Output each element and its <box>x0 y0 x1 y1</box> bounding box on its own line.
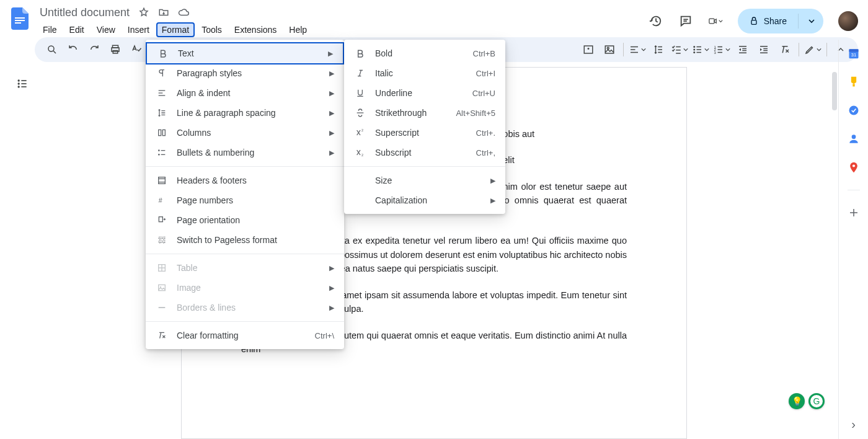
svg-rect-62 <box>159 177 166 184</box>
image-icon <box>156 283 168 293</box>
keep-icon[interactable] <box>848 76 860 88</box>
menu-extensions[interactable]: Extensions <box>229 22 282 37</box>
numbered-list-button[interactable]: 123 <box>712 40 732 60</box>
share-caret[interactable] <box>804 18 820 24</box>
editing-mode-button[interactable] <box>803 40 823 60</box>
checklist-button[interactable] <box>670 40 689 60</box>
menu-view[interactable]: View <box>91 22 121 37</box>
docs-home-icon[interactable] <box>9 5 31 32</box>
menu-item-strikethrough[interactable]: StrikethroughAlt+Shift+5 <box>344 103 505 123</box>
star-icon[interactable] <box>138 7 149 18</box>
svg-rect-5 <box>709 19 714 24</box>
increase-indent-button[interactable] <box>754 40 774 60</box>
menu-edit[interactable]: Edit <box>64 22 90 37</box>
svg-text:3: 3 <box>714 51 717 55</box>
menu-item-size[interactable]: Size▶ <box>344 171 505 190</box>
format-menu: Text▶Paragraph styles▶Align & indent▶Lin… <box>146 40 344 349</box>
menu-insert[interactable]: Insert <box>122 22 155 37</box>
menu-item-shortcut: Ctrl+I <box>476 69 495 78</box>
menu-item-shortcut: Ctrl+, <box>476 148 495 157</box>
menu-item-label: Capitalization <box>375 195 472 205</box>
bulleted-list-button[interactable] <box>691 40 711 60</box>
comments-icon[interactable] <box>678 14 693 29</box>
align-button[interactable] <box>627 40 647 60</box>
search-menus-button[interactable] <box>42 40 62 60</box>
menu-item-image: Image▶ <box>146 278 344 298</box>
menu-item-shortcut: Ctrl+B <box>473 49 495 58</box>
history-icon[interactable] <box>649 14 663 29</box>
menu-item-underline[interactable]: UnderlineCtrl+U <box>344 83 505 103</box>
menu-item-label: Table <box>177 263 311 273</box>
document-title[interactable]: Untitled document <box>37 5 132 20</box>
menu-item-headers-footers[interactable]: Headers & footers <box>146 171 344 190</box>
clear-formatting-button[interactable] <box>775 40 795 60</box>
menubar: FileEditViewInsertFormatToolsExtensionsH… <box>37 22 649 37</box>
undo-button[interactable] <box>63 40 83 60</box>
menu-item-label: Borders & lines <box>177 303 311 313</box>
menu-item-superscript[interactable]: 2SuperscriptCtrl+. <box>344 123 505 143</box>
svg-rect-6 <box>751 20 756 25</box>
submenu-arrow-icon: ▶ <box>329 264 334 272</box>
paragraph-icon <box>156 68 168 78</box>
menu-item-italic[interactable]: ItalicCtrl+I <box>344 63 505 83</box>
menu-item-bullets-numbering[interactable]: Bullets & numbering▶ <box>146 143 344 162</box>
svg-rect-57 <box>162 130 165 135</box>
menu-item-label: Subscript <box>375 148 451 157</box>
grammarly-badge[interactable]: G <box>808 393 825 409</box>
insert-comment-button[interactable] <box>600 40 619 60</box>
menu-tools[interactable]: Tools <box>196 22 228 37</box>
outline-button[interactable] <box>16 78 29 90</box>
menu-item-page-orientation[interactable]: Page orientation <box>146 210 344 230</box>
meet-button[interactable] <box>708 14 723 29</box>
menu-item-columns[interactable]: Columns▶ <box>146 123 344 143</box>
contacts-icon[interactable] <box>848 133 860 145</box>
share-button[interactable]: Share <box>738 9 823 33</box>
headers-icon <box>156 175 168 185</box>
menu-item-shortcut: Ctrl+U <box>472 89 495 98</box>
calendar-icon[interactable]: 31 <box>848 47 860 60</box>
menu-item-bold[interactable]: BoldCtrl+B <box>344 43 505 63</box>
menu-item-label: Image <box>177 283 311 293</box>
menu-item-label: Text <box>178 48 309 58</box>
menu-item-label: Clear formatting <box>177 330 290 340</box>
menu-item-clear-formatting[interactable]: Clear formattingCtrl+\ <box>146 326 344 345</box>
svg-point-39 <box>18 82 20 84</box>
line-spacing-button[interactable] <box>649 40 668 60</box>
move-icon[interactable] <box>158 7 169 18</box>
menu-format[interactable]: Format <box>156 22 195 37</box>
menu-item-subscript[interactable]: 2SubscriptCtrl+, <box>344 143 505 162</box>
menu-item-switch-to-pageless-format[interactable]: Switch to Pageless format <box>146 230 344 250</box>
menu-item-page-numbers[interactable]: #Page numbers <box>146 190 344 210</box>
decrease-indent-button[interactable] <box>733 40 753 60</box>
subscript-icon: 2 <box>354 148 366 157</box>
menu-item-capitalization[interactable]: Capitalization▶ <box>344 190 505 210</box>
menu-item-label: Bullets & numbering <box>177 148 311 157</box>
get-addons-icon[interactable] <box>848 206 860 219</box>
svg-point-38 <box>18 79 20 81</box>
submenu-arrow-icon: ▶ <box>329 149 334 157</box>
menu-file[interactable]: File <box>37 22 63 37</box>
svg-line-8 <box>53 51 56 53</box>
menu-item-text[interactable]: Text▶ <box>146 42 344 64</box>
submenu-arrow-icon: ▶ <box>329 69 334 78</box>
menu-item-label: Bold <box>375 48 448 58</box>
menu-help[interactable]: Help <box>283 22 312 37</box>
menu-item-align-indent[interactable]: Align & indent▶ <box>146 83 344 103</box>
svg-rect-56 <box>159 130 161 135</box>
insert-image-button[interactable] <box>578 40 598 60</box>
print-button[interactable] <box>105 40 125 60</box>
hide-side-panel-button[interactable]: › <box>851 417 856 432</box>
explore-badge[interactable]: 💡 <box>789 393 805 409</box>
maps-icon[interactable] <box>848 161 860 174</box>
menu-item-label: Superscript <box>375 128 451 138</box>
tasks-icon[interactable] <box>848 104 860 117</box>
svg-point-7 <box>48 46 54 51</box>
account-avatar[interactable] <box>838 11 858 31</box>
cloud-status-icon[interactable] <box>178 7 189 18</box>
scrollbar-thumb[interactable] <box>832 72 837 110</box>
redo-button[interactable] <box>84 40 104 60</box>
menu-item-paragraph-styles[interactable]: Paragraph styles▶ <box>146 63 344 83</box>
menu-item-line-paragraph-spacing[interactable]: Line & paragraph spacing▶ <box>146 103 344 123</box>
menu-item-label: Switch to Pageless format <box>177 235 334 245</box>
spellcheck-button[interactable] <box>126 40 146 60</box>
